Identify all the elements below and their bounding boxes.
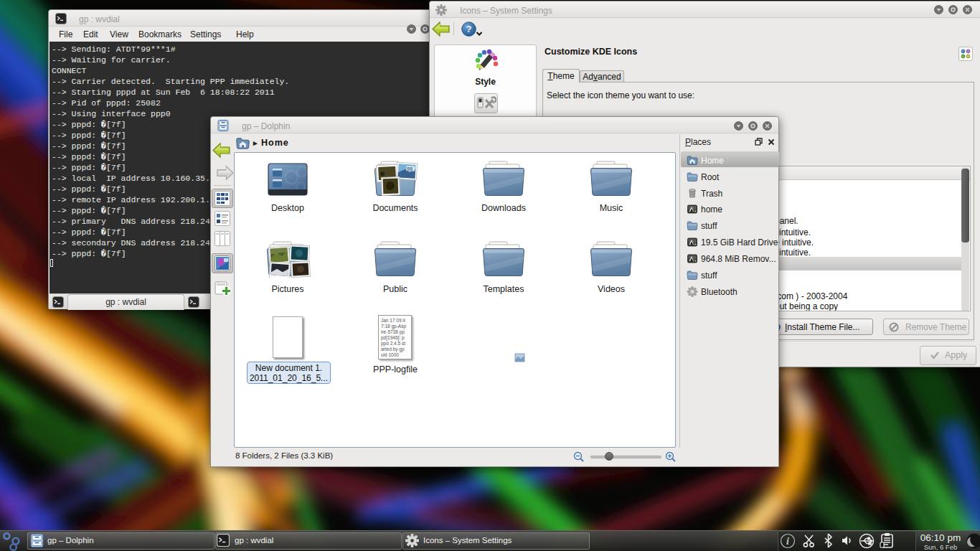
svg-text:i: i [786,536,789,547]
svg-text:?: ? [466,24,472,34]
